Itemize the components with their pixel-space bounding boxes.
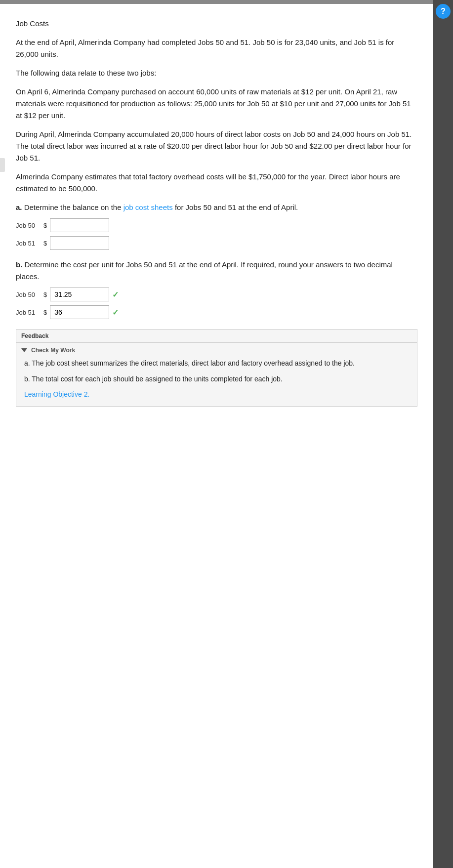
- page-title: Job Costs: [16, 18, 417, 30]
- help-button[interactable]: ?: [436, 4, 451, 19]
- job51-label-a: Job 51: [16, 240, 41, 247]
- job51-row-a: Job 51 $: [16, 236, 417, 250]
- feedback-text-a: a. The job cost sheet summarizes the dir…: [24, 358, 409, 369]
- paragraph-4: During April, Almerinda Company accumula…: [16, 128, 417, 164]
- part-b-text: Determine the cost per unit for Jobs 50 …: [16, 260, 393, 281]
- job51-checkmark-b: ✓: [112, 308, 119, 317]
- feedback-text-b: b. The total cost for each job should be…: [24, 373, 409, 384]
- job50-input-b[interactable]: [50, 288, 109, 301]
- dollar-sign-b50: $: [43, 291, 47, 298]
- job-cost-sheets-link[interactable]: job cost sheets: [124, 203, 173, 211]
- top-bar: [0, 0, 433, 4]
- part-a-label: a. Determine the balance on the job cost…: [16, 202, 417, 213]
- paragraph-1: At the end of April, Almerinda Company h…: [16, 37, 417, 60]
- help-icon: ?: [441, 7, 446, 16]
- feedback-header: Feedback: [16, 330, 417, 343]
- paragraph-3: On April 6, Almerinda Company purchased …: [16, 86, 417, 122]
- learning-objective-link[interactable]: Learning Objective 2.: [24, 390, 89, 398]
- job50-checkmark-b: ✓: [112, 290, 119, 299]
- job51-row-b: Job 51 $ ✓: [16, 305, 417, 319]
- main-content: Job Costs At the end of April, Almerinda…: [0, 0, 433, 868]
- job51-input-b[interactable]: [50, 305, 109, 319]
- part-a-text: Determine the balance on the: [24, 203, 122, 211]
- feedback-body: a. The job cost sheet summarizes the dir…: [16, 356, 417, 406]
- part-a: a. Determine the balance on the job cost…: [16, 202, 417, 250]
- job50-label-b: Job 50: [16, 291, 41, 298]
- triangle-icon: [21, 348, 27, 352]
- paragraph-5: Almerinda Company estimates that total f…: [16, 171, 417, 195]
- right-sidebar: ?: [433, 0, 453, 868]
- dollar-sign-a51: $: [43, 240, 47, 247]
- check-my-work-label: Check My Work: [16, 343, 417, 356]
- job50-row-b: Job 50 $ ✓: [16, 288, 417, 301]
- dollar-sign-a50: $: [43, 222, 47, 229]
- dollar-sign-b51: $: [43, 309, 47, 316]
- left-arrow-button[interactable]: ‹: [0, 158, 5, 172]
- paragraph-2: The following data relate to these two j…: [16, 67, 417, 79]
- job51-label-b: Job 51: [16, 309, 41, 316]
- part-b: b. Determine the cost per unit for Jobs …: [16, 259, 417, 319]
- job51-input-a[interactable]: [50, 236, 109, 250]
- job50-input-a[interactable]: [50, 218, 109, 232]
- job50-row-a: Job 50 $: [16, 218, 417, 232]
- part-b-label: b. Determine the cost per unit for Jobs …: [16, 259, 417, 283]
- job50-label-a: Job 50: [16, 222, 41, 229]
- part-a-text-after: for Jobs 50 and 51 at the end of April.: [175, 203, 298, 211]
- feedback-box: Feedback Check My Work a. The job cost s…: [16, 329, 417, 407]
